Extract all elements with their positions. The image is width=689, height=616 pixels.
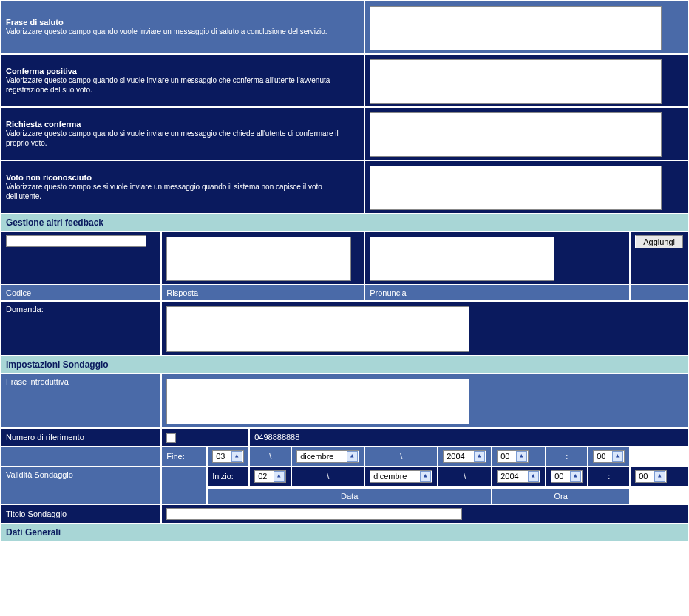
chevron-down-icon: ▾	[347, 451, 358, 462]
domanda-cell	[162, 302, 688, 355]
numero-label: Numero di riferimento	[1, 429, 160, 446]
fb4-textarea[interactable]	[370, 6, 662, 50]
numero-value: 0498888888	[250, 429, 688, 446]
titolo-cell	[162, 505, 688, 523]
chevron-down-icon: ▾	[420, 471, 431, 482]
inizio-year-cell: 2004▾	[492, 467, 545, 486]
fb4-cell	[365, 1, 688, 53]
fine-year-cell: 2004▾	[438, 447, 491, 466]
chevron-down-icon: ▾	[231, 451, 242, 462]
fb3-textarea[interactable]	[370, 59, 662, 104]
codice-cell	[1, 232, 160, 284]
fb3-label: Conferma positiva Valorizzare questo cam…	[1, 55, 364, 106]
inizio-min-cell: 00▾	[631, 467, 688, 486]
inizio-day-select[interactable]: 02▾	[254, 470, 286, 483]
frase-intro-label: Frase introduttiva	[1, 374, 160, 427]
chevron-down-icon: ▾	[528, 471, 539, 482]
chevron-down-icon: ▾	[612, 451, 623, 462]
col-pronuncia: Pronuncia	[365, 285, 629, 300]
fine-label: Fine:	[162, 447, 206, 466]
chevron-down-icon: ▾	[570, 471, 581, 482]
ora-header: Ora	[492, 489, 629, 504]
codice-input[interactable]	[6, 235, 146, 247]
domanda-textarea[interactable]	[166, 306, 469, 352]
fine-hour-cell: 00▾	[492, 447, 545, 466]
validita-label: Validità Sondaggio	[1, 467, 160, 504]
inizio-hour-select[interactable]: 00▾	[551, 470, 583, 483]
inizio-day-cell: 02▾	[250, 467, 291, 486]
inizio-label: Inizio:	[208, 467, 248, 486]
fb2-label: Richiesta conferma Valorizzare questo ca…	[1, 108, 364, 160]
inizio-year-select[interactable]: 2004▾	[497, 470, 540, 483]
frase-intro-textarea[interactable]	[166, 379, 469, 424]
fb3-cell	[365, 55, 688, 106]
inizio-month-select[interactable]: dicembre▾	[370, 470, 432, 483]
spacer	[1, 447, 160, 466]
fine-year-select[interactable]: 2004▾	[443, 450, 486, 463]
section-feedback: Gestione altri feedback	[1, 214, 688, 231]
fb4-label: Frase di saluto Valorizzare questo campo…	[1, 1, 364, 53]
fine-month-cell: dicembre▾	[292, 447, 364, 466]
sep: \	[292, 467, 364, 486]
sep: :	[546, 447, 587, 466]
fb1-cell	[365, 161, 688, 213]
titolo-input[interactable]	[166, 508, 462, 520]
titolo-label: Titolo Sondaggio	[1, 505, 160, 523]
data-header: Data	[208, 489, 491, 504]
pronuncia-cell	[365, 232, 629, 284]
col-risposta: Risposta	[162, 285, 364, 300]
fine-min-cell: 00▾	[588, 447, 629, 466]
spacer	[162, 467, 206, 504]
chevron-down-icon: ▾	[274, 471, 285, 482]
fine-month-select[interactable]: dicembre▾	[296, 450, 359, 463]
fine-day-select[interactable]: 03▾	[212, 450, 244, 463]
numero-check-cell	[162, 429, 248, 446]
chevron-down-icon: ▾	[474, 451, 485, 462]
pronuncia-textarea[interactable]	[370, 237, 554, 281]
fb1-label: Voto non riconosciuto Valorizzare questo…	[1, 161, 364, 213]
col-action	[631, 285, 688, 300]
fine-min-select[interactable]: 00▾	[593, 450, 625, 463]
fb2-cell	[365, 108, 688, 160]
fine-hour-select[interactable]: 00▾	[497, 450, 529, 463]
section-dati-generali: Dati Generali	[1, 524, 688, 541]
section-impostazioni: Impostazioni Sondaggio	[1, 356, 688, 373]
frase-intro-cell	[162, 374, 688, 427]
domanda-label: Domanda:	[1, 302, 160, 355]
chevron-down-icon: ▾	[516, 451, 527, 462]
risposta-cell	[162, 232, 364, 284]
aggiungi-cell: Aggiungi	[631, 232, 688, 284]
inizio-month-cell: dicembre▾	[365, 467, 437, 486]
risposta-textarea[interactable]	[166, 237, 351, 281]
inizio-min-select[interactable]: 00▾	[635, 470, 667, 483]
survey-form: Dati Generali Titolo Sondaggio Validità …	[0, 0, 689, 542]
sep: \	[250, 447, 291, 466]
inizio-hour-cell: 00▾	[546, 467, 587, 486]
numero-checkbox[interactable]	[166, 433, 176, 443]
chevron-down-icon: ▾	[654, 471, 665, 482]
fb2-textarea[interactable]	[370, 112, 662, 157]
fine-day-cell: 03▾	[208, 447, 248, 466]
aggiungi-button[interactable]: Aggiungi	[635, 235, 683, 248]
sep: :	[588, 467, 629, 486]
col-codice: Codice	[1, 285, 160, 300]
sep: \	[365, 447, 437, 466]
sep: \	[438, 467, 491, 486]
fb1-textarea[interactable]	[370, 166, 662, 210]
